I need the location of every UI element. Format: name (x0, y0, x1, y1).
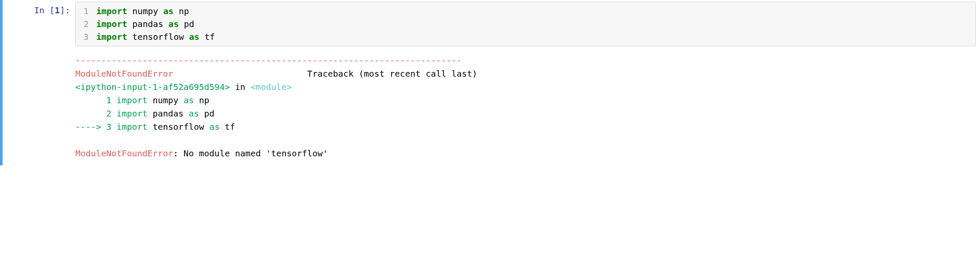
line-number: 3 (80, 30, 89, 43)
prompt-prefix: In [ (34, 5, 55, 15)
module-name: numpy (132, 6, 158, 16)
alias: np (179, 6, 189, 16)
keyword: as (189, 32, 199, 42)
alias: tf (205, 32, 215, 42)
in-word: in (230, 82, 250, 92)
code-editor[interactable]: import numpy as npimport pandas as pdimp… (92, 2, 975, 46)
file-reference: <ipython-input-1-af52a695d594> (75, 82, 230, 92)
prompt-number: 1 (55, 5, 60, 15)
tb-prefix (75, 95, 106, 105)
prompt-label: In [1]: (34, 5, 70, 15)
tb-text: pd (199, 108, 214, 119)
line-number: 1 (80, 5, 89, 18)
keyword: import (96, 32, 127, 42)
arrow-prefix: ----> (75, 122, 106, 132)
notebook-cell: In [1]: 1 2 3 import numpy as npimport p… (0, 0, 980, 165)
line-number: 2 (80, 18, 89, 30)
keyword: as (189, 108, 199, 119)
code-line: import tensorflow as tf (96, 30, 971, 43)
tb-text: np (194, 95, 209, 105)
keyword: as (209, 122, 220, 132)
keyword: import (96, 6, 127, 16)
keyword: import (116, 108, 147, 119)
code-line: import numpy as np (96, 5, 971, 18)
traceback-separator: ----------------------------------------… (75, 55, 462, 66)
tb-text: tensorflow (148, 122, 210, 132)
keyword: as (184, 95, 194, 105)
cell-content: 1 2 3 import numpy as npimport pandas as… (75, 2, 980, 164)
code-input-area[interactable]: 1 2 3 import numpy as npimport pandas as… (75, 2, 976, 46)
tb-prefix (75, 108, 106, 119)
error-class-name: ModuleNotFoundError (75, 69, 173, 79)
alias: pd (184, 19, 194, 29)
keyword: as (169, 19, 179, 29)
prompt-suffix: ]: (60, 5, 70, 15)
tb-text: tf (220, 122, 235, 132)
traceback-label: Traceback (most recent call last) (307, 69, 477, 79)
tb-text: numpy (148, 95, 184, 105)
tb-line-num: 2 (106, 108, 111, 119)
spacing (173, 69, 307, 79)
module-reference: <module> (250, 82, 291, 92)
tb-line-num: 3 (106, 122, 111, 132)
module-name: tensorflow (132, 32, 184, 42)
keyword: import (96, 19, 127, 29)
error-message: : No module named 'tensorflow' (173, 148, 328, 158)
output-area: ----------------------------------------… (75, 54, 976, 164)
error-class-name: ModuleNotFoundError (75, 148, 173, 158)
line-number-gutter: 1 2 3 (76, 2, 92, 46)
tb-text: pandas (148, 108, 189, 119)
prompt-area: In [1]: (3, 2, 75, 164)
keyword: import (116, 95, 147, 105)
module-name: pandas (132, 19, 163, 29)
keyword: import (116, 122, 147, 132)
code-line: import pandas as pd (96, 18, 971, 30)
keyword: as (163, 6, 174, 16)
tb-line-num: 1 (106, 95, 111, 105)
